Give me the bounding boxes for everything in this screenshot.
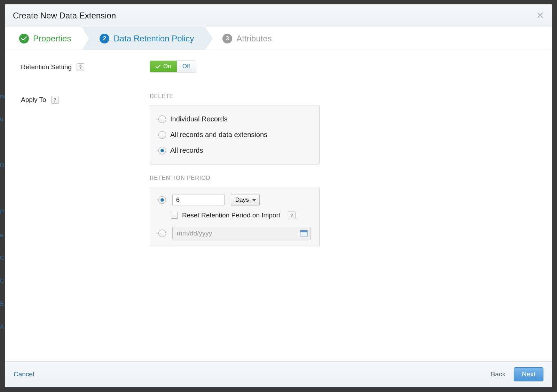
retention-toggle[interactable]: On Off xyxy=(150,61,196,72)
reset-on-import-row[interactable]: Reset Retention Period on Import ? xyxy=(171,211,311,219)
apply-to-label: Apply To xyxy=(21,96,46,104)
wizard-step-attributes[interactable]: 3 Attributes xyxy=(205,27,552,50)
retention-setting-label: Retention Setting xyxy=(21,63,72,71)
step-number-badge: 3 xyxy=(222,34,232,43)
checkbox-icon xyxy=(171,212,178,219)
wizard-step-label: Properties xyxy=(33,34,71,43)
date-input-placeholder: mm/dd/yyyy xyxy=(177,230,212,237)
delete-option-individual[interactable]: Individual Records xyxy=(158,112,311,126)
retention-period-section-title: RETENTION PERIOD xyxy=(150,175,320,181)
calendar-icon[interactable] xyxy=(300,230,308,237)
radio-icon xyxy=(158,147,166,154)
radio-icon xyxy=(158,115,166,123)
delete-section-title: DELETE xyxy=(150,93,320,99)
retention-setting-row: Retention Setting ? On Off xyxy=(21,61,536,72)
check-icon xyxy=(19,34,29,43)
check-icon xyxy=(156,65,160,69)
radio-label: All records and data extensions xyxy=(170,131,267,139)
wizard-step-label: Attributes xyxy=(236,34,272,43)
toggle-off-label: Off xyxy=(182,63,190,70)
modal-body: Retention Setting ? On Off Apply To ? xyxy=(5,50,552,361)
period-unit-value: Days xyxy=(235,197,249,203)
toggle-off[interactable]: Off xyxy=(177,61,196,72)
radio-label: All records xyxy=(170,146,203,154)
wizard-step-label: Data Retention Policy xyxy=(113,34,194,43)
help-icon[interactable]: ? xyxy=(51,96,59,104)
apply-to-row: Apply To ? DELETE Individual Records All… xyxy=(21,93,536,258)
delete-option-all-records-and-de[interactable]: All records and data extensions xyxy=(158,128,311,142)
retention-period-panel: Days Reset Retention Period on Import ? … xyxy=(150,187,320,247)
close-icon[interactable]: ✕ xyxy=(536,11,544,21)
period-duration-input[interactable] xyxy=(172,194,225,206)
period-unit-select[interactable]: Days xyxy=(231,194,260,206)
step-number-badge: 2 xyxy=(100,34,109,43)
radio-icon[interactable] xyxy=(158,196,166,204)
radio-label: Individual Records xyxy=(170,115,228,123)
reset-on-import-label: Reset Retention Period on Import xyxy=(182,211,280,219)
create-data-extension-modal: Create New Data Extension ✕ Properties 2… xyxy=(5,4,552,387)
toggle-on[interactable]: On xyxy=(150,61,177,72)
radio-icon[interactable] xyxy=(158,230,166,237)
delete-panel: Individual Records All records and data … xyxy=(150,105,320,165)
help-icon[interactable]: ? xyxy=(288,211,296,219)
delete-option-all-records[interactable]: All records xyxy=(158,144,311,157)
wizard-step-data-retention[interactable]: 2 Data Retention Policy xyxy=(82,27,205,50)
modal-footer: Cancel Back Next xyxy=(5,361,552,387)
cancel-button[interactable]: Cancel xyxy=(14,370,34,378)
modal-title: Create New Data Extension xyxy=(13,11,116,21)
wizard-steps: Properties 2 Data Retention Policy 3 Att… xyxy=(5,27,552,50)
back-button[interactable]: Back xyxy=(491,370,505,378)
toggle-on-label: On xyxy=(163,63,171,70)
next-button[interactable]: Next xyxy=(514,367,543,381)
retention-date-input[interactable]: mm/dd/yyyy xyxy=(172,227,311,240)
help-icon[interactable]: ? xyxy=(77,63,84,71)
radio-icon xyxy=(158,131,166,139)
wizard-step-properties[interactable]: Properties xyxy=(5,27,82,50)
modal-header: Create New Data Extension ✕ xyxy=(5,5,552,27)
